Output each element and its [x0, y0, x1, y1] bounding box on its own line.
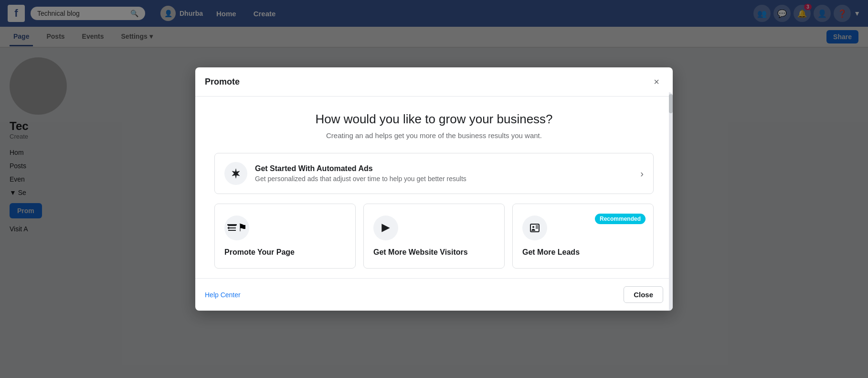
modal-heading: How would you like to grow your business… — [214, 112, 654, 127]
promote-your-page-card[interactable]: ⚑ Promote Your Page — [214, 204, 356, 269]
automated-ads-banner[interactable]: Get Started With Automated Ads Get perso… — [214, 153, 654, 194]
get-leads-icon — [522, 216, 547, 240]
svg-point-2 — [532, 226, 534, 228]
recommended-badge: Recommended — [595, 214, 646, 224]
scroll-thumb — [669, 94, 673, 113]
modal-title: Promote — [205, 77, 240, 87]
automated-ads-description: Get personalized ads that adjust over ti… — [255, 175, 633, 183]
website-visitors-icon — [373, 216, 398, 240]
modal-close-button[interactable]: × — [650, 75, 663, 88]
scroll-indicator — [669, 92, 673, 311]
website-visitors-card[interactable]: Get More Website Visitors — [363, 204, 505, 269]
modal-header: Promote × — [195, 67, 673, 97]
option-cards: ⚑ Promote Your Page Get More Website Vis… — [214, 204, 654, 269]
get-more-leads-card[interactable]: Recommended Get More Leads — [512, 204, 654, 269]
close-button[interactable]: Close — [624, 286, 663, 303]
automated-ads-arrow: › — [640, 168, 644, 179]
modal-overlay: Promote × How would you like to grow you… — [0, 0, 868, 378]
promote-modal: Promote × How would you like to grow you… — [195, 67, 673, 311]
automated-ads-title: Get Started With Automated Ads — [255, 164, 633, 173]
automated-ads-text: Get Started With Automated Ads Get perso… — [255, 164, 633, 183]
promote-page-title: Promote Your Page — [224, 248, 346, 257]
modal-body: How would you like to grow your business… — [195, 97, 673, 278]
modal-subheading: Creating an ad helps get you more of the… — [214, 131, 654, 140]
help-center-link[interactable]: Help Center — [205, 291, 241, 299]
website-visitors-title: Get More Website Visitors — [373, 248, 495, 257]
modal-footer: Help Center Close — [195, 278, 673, 311]
automated-ads-icon — [224, 162, 247, 185]
promote-page-icon: ⚑ — [224, 216, 249, 240]
svg-rect-0 — [227, 224, 237, 226]
get-leads-title: Get More Leads — [522, 248, 644, 257]
